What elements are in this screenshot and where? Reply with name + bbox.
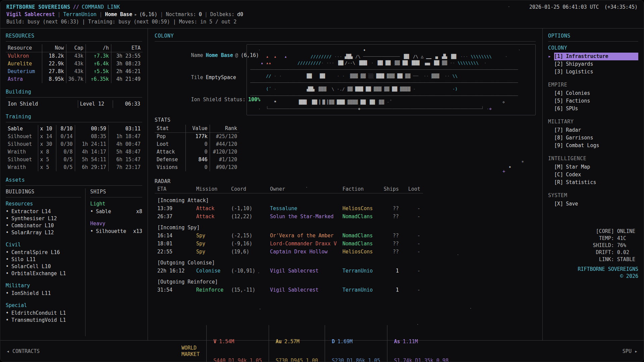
option-label: Shipyards (566, 61, 593, 67)
separator: | (205, 11, 208, 18)
stats-column-header: Rank (210, 125, 239, 133)
option-body[interactable]: [8]Garrisons (554, 134, 638, 142)
option-body[interactable]: [M]Star Map (554, 163, 638, 171)
market-total: 1.69M (337, 339, 353, 345)
art-segment: · (250, 47, 261, 52)
art-segment: ⋄ (489, 106, 492, 111)
market-detail: S440 D1.94k 1.05 (213, 358, 262, 362)
option-body[interactable]: [5]Factions (554, 97, 638, 105)
option-item[interactable]: [C]Codex (548, 171, 638, 179)
bullet-icon: • (6, 317, 9, 323)
ship-group: Light •Sable x8 (90, 200, 142, 215)
option-item[interactable]: [5]Factions (548, 97, 638, 105)
resource-eta: 3h 08:23 (111, 60, 143, 68)
divider (548, 41, 638, 42)
training-row: Sable x 10 8/10 00:59 03:11 (6, 125, 143, 133)
option-body[interactable]: [3]Logistics (554, 68, 638, 76)
art-segment: ██ ▐█▌ (361, 100, 379, 105)
option-label: Colonies (566, 90, 590, 96)
market-symbol: V (213, 339, 216, 345)
bullet-icon: • (90, 228, 93, 234)
options-group-label: INTELLIGENCE (548, 155, 638, 162)
building-table: Ion Shield Level 12 06:33 (6, 100, 142, 108)
asset-item-label: Extractor L14 (11, 208, 51, 215)
resource-cap: 43k (66, 60, 86, 68)
option-item[interactable]: [R]Statistics (548, 179, 638, 186)
stat-name: Visions (155, 164, 185, 171)
training-unit: Silhouet (6, 133, 38, 140)
option-item[interactable]: [7]Radar (548, 126, 638, 134)
active-base[interactable]: Home Base (105, 11, 132, 18)
option-item[interactable]: [M]Star Map (548, 163, 638, 171)
radar-column-header: Owner (267, 185, 340, 193)
option-body[interactable]: [9]Combat Logs (554, 142, 638, 149)
asset-group-label: Resources (6, 200, 81, 207)
option-label: Infrastructure (566, 53, 608, 59)
art-segment: ▓▓▓ (319, 86, 332, 92)
option-body[interactable]: [4]Colonies (554, 89, 638, 97)
art-segment: ▓▓▓▓ (400, 86, 413, 92)
asset-group-label: Military (6, 282, 81, 289)
radar-ships: ?? (380, 204, 401, 213)
option-key: [8] (554, 135, 563, 141)
spu-button[interactable]: SPU ▸ (623, 348, 638, 354)
option-item[interactable]: [9]Combat Logs (548, 142, 638, 149)
options-group-label: SYSTEM (548, 192, 638, 199)
noctmarks-value: 0 (199, 11, 202, 18)
building-name: Ion Shield (6, 100, 78, 108)
bullet-icon: • (6, 230, 9, 236)
option-body[interactable]: [6]SPUs (554, 105, 638, 113)
art-segment: ▓▓ (405, 73, 413, 78)
option-item[interactable]: ▸ [1]Infrastructure (548, 53, 638, 60)
terminal-screen: · ✦ * + · · · · · · · · RIFTBORNE SOVERE… (0, 0, 644, 362)
art-segment: (´ (266, 86, 271, 92)
ship-item: •Sable x8 (90, 208, 142, 215)
art-line: ▴ ▴ ▴ //////// ··· ▟█▙ /\ ──────────────… (250, 53, 532, 60)
option-item[interactable]: [4]Colonies (548, 89, 638, 97)
option-item[interactable]: [X]Save (548, 200, 638, 208)
contracts-button[interactable]: ◂ CONTRACTS (6, 348, 181, 354)
training-next: 4h 14:17 (75, 148, 108, 156)
bullet-icon: • (6, 256, 9, 262)
art-segment: ·· (421, 73, 431, 78)
brand-name: RIFTBORNE SOVEREIGNS (548, 266, 638, 273)
art-line: ────────────────────────────────────────… (250, 79, 532, 86)
market-entry: As1.11M S1.74k D1.35k 0.98 (387, 325, 455, 362)
training-row: Wraith x 8 0/8 4h 14:17 5h 48:47 (6, 148, 143, 156)
top-bar: RIFTBORNE SOVEREIGNS // COMMAND LINK 202… (0, 0, 644, 28)
art-segment (250, 100, 274, 105)
option-body[interactable]: [C]Codex (554, 171, 638, 179)
option-body[interactable]: [X]Save (554, 200, 638, 208)
option-item[interactable]: [3]Logistics (548, 68, 638, 76)
training-next: 6h 29:17 (75, 164, 108, 171)
option-item[interactable]: [2]Shipyards (548, 60, 638, 68)
option-cursor-icon (548, 179, 554, 186)
asset-item: •Combinator L10 (6, 222, 81, 229)
player-row: Vigil Sablecrest | TerranUnion | Home Ba… (6, 11, 638, 18)
asset-group: Military •IonShield L11 (6, 282, 81, 297)
training-unit: Wraith (6, 148, 38, 156)
radar-mission: Reinforce (194, 286, 228, 294)
radar-eta: 31:54 (155, 286, 194, 294)
core-status-label: [CORE] (596, 228, 614, 235)
radar-loot: - (401, 286, 423, 294)
option-body[interactable]: [2]Shipyards (554, 60, 638, 68)
noctmarks-label: Noctmarks: (166, 11, 196, 18)
art-segment: \\\\\\\\ (468, 54, 492, 59)
core-status-label: DRIFT: (596, 249, 614, 256)
stat-name: Attack (155, 148, 185, 156)
art-segment: ────────────────────────────────────────… (250, 93, 518, 98)
option-body[interactable]: [1]Infrastructure (554, 53, 638, 60)
options-group-label: COLONY (548, 44, 638, 52)
option-label: Garrisons (566, 135, 593, 141)
art-segment: ··· (460, 54, 468, 59)
market-entry-total-line: V1.54M (213, 339, 262, 345)
art-segment (416, 86, 452, 92)
radar-row: 13:39 Attack (-1,10) Tessalune HeliosCon… (155, 204, 423, 213)
option-item[interactable]: [8]Garrisons (548, 134, 638, 142)
asset-item-label: SolarArray L12 (11, 230, 54, 236)
resource-cap: 36.7k (66, 75, 86, 83)
option-body[interactable]: [7]Radar (554, 126, 638, 134)
option-item[interactable]: [6]SPUs (548, 105, 638, 113)
option-body[interactable]: [R]Statistics (554, 179, 638, 186)
